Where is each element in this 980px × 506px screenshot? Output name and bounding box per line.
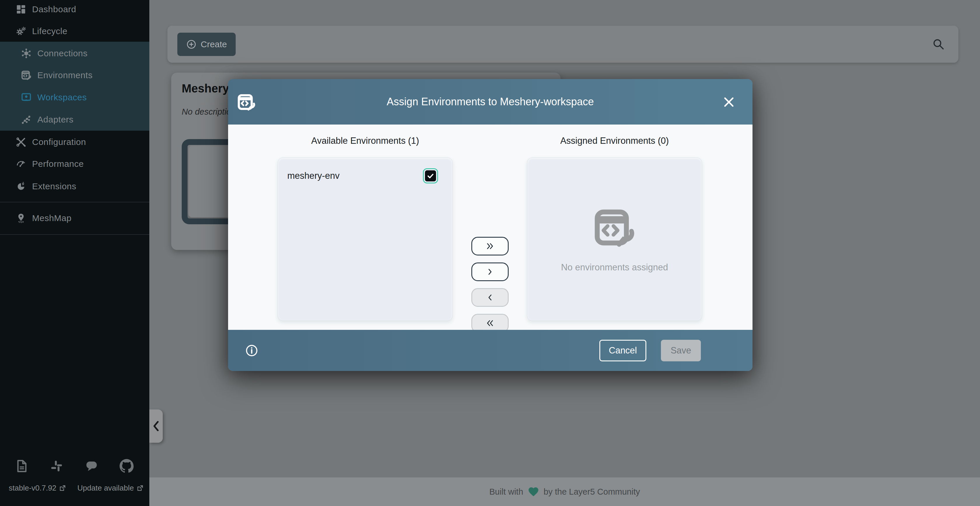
- environment-name: meshery-env: [287, 170, 339, 181]
- update-available-label: Update available: [77, 484, 134, 493]
- version-label: stable-v0.7.92: [9, 484, 56, 493]
- sidebar-item-label: Workspaces: [37, 92, 87, 102]
- info-icon[interactable]: [245, 344, 258, 357]
- performance-icon: [15, 158, 27, 170]
- search-icon[interactable]: [931, 37, 946, 51]
- sidebar-bottom-links: [0, 457, 150, 476]
- version-row: stable-v0.7.92 Update available: [0, 484, 150, 493]
- assigned-environments-panel: No environments assigned: [527, 158, 702, 321]
- sidebar-item-label: MeshMap: [32, 213, 72, 223]
- version-link[interactable]: stable-v0.7.92: [9, 484, 66, 493]
- connections-icon: [21, 48, 32, 59]
- dashboard-icon: [15, 3, 27, 15]
- chevron-left-icon: [485, 293, 495, 302]
- double-chevron-left-icon: [485, 318, 495, 328]
- sidebar-item-label: Connections: [37, 48, 88, 58]
- available-environments-panel: meshery-env: [278, 158, 453, 321]
- create-button-label: Create: [200, 39, 227, 49]
- sidebar-item-dashboard[interactable]: Dashboard: [0, 0, 150, 19]
- sidebar-item-extensions[interactable]: Extensions: [0, 177, 150, 196]
- github-icon[interactable]: [109, 459, 144, 473]
- sidebar-collapse-button[interactable]: [150, 409, 163, 443]
- sidebar-item-meshmap[interactable]: MeshMap: [0, 209, 150, 228]
- extensions-icon: [15, 181, 27, 192]
- workspace-card-description: No description: [182, 107, 235, 117]
- sidebar-item-performance[interactable]: Performance: [0, 154, 150, 173]
- save-button[interactable]: Save: [661, 340, 701, 361]
- update-available-link[interactable]: Update available: [77, 484, 144, 493]
- sidebar-item-label: Configuration: [32, 137, 86, 147]
- modal-body: Available Environments (1) Assigned Envi…: [228, 124, 752, 330]
- sidebar-item-label: Extensions: [32, 181, 76, 191]
- assigned-environments-header: Assigned Environments (0): [527, 135, 702, 146]
- sidebar-item-label: Dashboard: [32, 4, 76, 14]
- footer-text-prefix: Built with: [489, 487, 523, 496]
- chevron-right-icon: [485, 267, 495, 277]
- create-workspace-button[interactable]: Create: [177, 33, 235, 56]
- check-icon: [426, 172, 434, 180]
- sidebar-item-configuration[interactable]: Configuration: [0, 133, 150, 151]
- close-icon[interactable]: [722, 95, 736, 109]
- slack-icon[interactable]: [39, 459, 74, 473]
- lifecycle-icon: [15, 25, 27, 37]
- external-link-icon: [59, 484, 66, 492]
- sidebar-item-label: Adapters: [37, 115, 73, 124]
- environment-checkbox[interactable]: [425, 170, 436, 181]
- double-chevron-right-icon: [485, 242, 495, 251]
- footer-text-suffix: by the Layer5 Community: [544, 487, 640, 496]
- empty-state-text: No environments assigned: [561, 262, 668, 273]
- doc-icon[interactable]: [4, 459, 39, 473]
- workspaces-toolbar: Create: [167, 25, 958, 63]
- sidebar-item-label: Lifecycle: [32, 26, 67, 36]
- sidebar-item-connections[interactable]: Connections: [0, 44, 150, 63]
- sidebar: Dashboard Lifecycle: [0, 0, 150, 506]
- environment-list-item[interactable]: meshery-env: [278, 158, 452, 194]
- cancel-button[interactable]: Cancel: [600, 340, 646, 361]
- assign-environments-modal: Assign Environments to Meshery-workspace…: [228, 79, 752, 371]
- sidebar-item-lifecycle[interactable]: Lifecycle: [0, 22, 150, 41]
- environments-icon: [591, 205, 638, 250]
- configuration-icon: [15, 136, 27, 148]
- page-footer: Built with by the Layer5 Community: [150, 477, 980, 506]
- heart-icon: [527, 486, 539, 498]
- meshmap-icon: [15, 212, 27, 224]
- meshery-app: Dashboard Lifecycle: [0, 0, 980, 506]
- modal-title: Assign Environments to Meshery-workspace: [228, 79, 752, 124]
- sidebar-divider: [0, 202, 150, 202]
- plus-circle-icon: [186, 39, 197, 49]
- modal-footer: Cancel Save: [228, 330, 752, 371]
- move-all-right-button[interactable]: [471, 237, 509, 256]
- modal-header: Assign Environments to Meshery-workspace: [228, 79, 752, 124]
- available-environments-header: Available Environments (1): [278, 135, 453, 146]
- empty-state: No environments assigned: [527, 158, 702, 320]
- move-selected-left-button[interactable]: [471, 288, 509, 307]
- adapters-icon: [21, 114, 32, 126]
- sidebar-item-adapters[interactable]: Adapters: [0, 110, 150, 129]
- sidebar-item-workspaces[interactable]: Workspaces: [0, 88, 150, 107]
- sidebar-item-label: Environments: [37, 70, 92, 80]
- environments-icon: [21, 69, 32, 81]
- workspaces-icon: [21, 92, 32, 103]
- chevron-left-icon: [152, 420, 161, 433]
- sidebar-divider: [0, 234, 150, 235]
- chat-icon[interactable]: [74, 459, 109, 473]
- external-link-icon: [136, 484, 144, 492]
- sidebar-item-label: Performance: [32, 159, 84, 169]
- move-selected-right-button[interactable]: [471, 263, 509, 281]
- sidebar-item-environments[interactable]: Environments: [0, 66, 150, 84]
